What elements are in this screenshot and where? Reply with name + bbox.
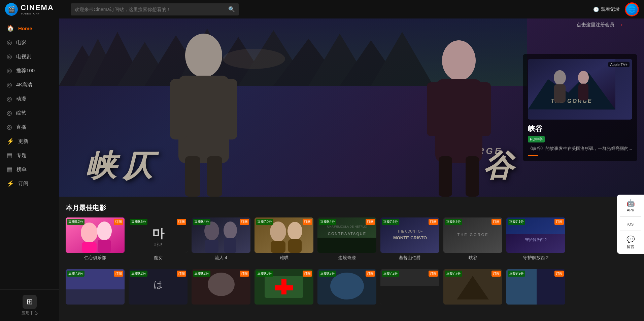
sub-badge-r2-3: 订阅 xyxy=(240,271,249,277)
sidebar-item-home[interactable]: 🏠 Home xyxy=(0,21,59,35)
header: 🎬 CINEMA TOBESTORY 🔍 🕐 观看记录 🌐 xyxy=(0,0,644,18)
search-icon[interactable]: 🔍 xyxy=(228,6,235,12)
clock-icon: 🕐 xyxy=(593,7,599,12)
sidebar-item-live[interactable]: ◎ 直播 xyxy=(0,120,59,134)
apple-tv-badge: Apple TV+ xyxy=(608,62,630,67)
sidebar-item-update[interactable]: ⚡ 更新 xyxy=(0,134,59,148)
hero-banner[interactable]: 峡 仄 谷 THEGORGE xyxy=(59,18,644,197)
hero-char-male xyxy=(160,29,247,197)
svg-text:守护解放西 2: 守护解放西 2 xyxy=(525,238,547,242)
svg-rect-43 xyxy=(205,240,218,253)
rating-badge-r2-3: 豆瓣8.2分 xyxy=(193,271,210,277)
movie-card-r2-8[interactable]: 豆瓣9.9分 订阅 xyxy=(506,269,565,307)
sidebar-item-4k[interactable]: ◎ 4K高清 xyxy=(0,78,59,92)
sub-badge-r2-8: 订阅 xyxy=(554,271,564,277)
search-input[interactable] xyxy=(75,7,228,12)
movie-card-r2-3[interactable]: 豆瓣8.2分 订阅 xyxy=(192,269,250,307)
svg-rect-72 xyxy=(275,285,293,290)
rating-badge-1: 豆瓣8.2分 xyxy=(67,219,84,225)
sidebar-item-movies[interactable]: ◎ 电影 xyxy=(0,35,59,49)
sidebar-item-anime[interactable]: ◎ 动漫 xyxy=(0,92,59,106)
svg-rect-18 xyxy=(185,156,200,197)
svg-rect-16 xyxy=(170,79,187,139)
movie-card-5[interactable]: CONTRAATAQUE UNA PELÍCULA DE NETFLIX 豆瓣9… xyxy=(317,217,376,261)
sidebar-item-subscribe[interactable]: ⚡ 订阅 xyxy=(0,176,59,191)
ranking-icon: ▦ xyxy=(7,166,12,173)
movie-card-r2-1[interactable]: 豆瓣7.9分 订阅 xyxy=(66,269,125,307)
sidebar-item-tv[interactable]: ◎ 电视剧 xyxy=(0,49,59,64)
movie-card-1[interactable]: 豆瓣8.2分 订阅 仁心俱乐部 xyxy=(66,217,125,261)
sidebar-item-topic[interactable]: ▤ 专题 xyxy=(0,148,59,162)
rating-badge-4: 豆瓣7.0分 xyxy=(256,219,273,225)
movie-card-3[interactable]: 豆瓣9.4分 订阅 流人 4 xyxy=(192,217,250,261)
movie-card-4[interactable]: 豆瓣7.0分 订阅 难哄 xyxy=(255,217,313,261)
movie-thumb-r2-3: 豆瓣8.2分 订阅 xyxy=(192,269,250,305)
svg-rect-19 xyxy=(207,156,222,197)
rating-badge-r2-4: 豆瓣9.8分 xyxy=(256,271,273,277)
apk-download-btn[interactable]: 🤖 APK xyxy=(620,197,641,214)
update-icon: ⚡ xyxy=(7,137,14,145)
movie-grid-row1: 豆瓣8.2分 订阅 仁心俱乐部 마 마녀 豆瓣9.5分 订阅 xyxy=(66,217,637,261)
logo-title: CINEMA xyxy=(21,3,54,12)
divider-2 xyxy=(620,231,641,231)
movie-thumb-4: 豆瓣7.0分 订阅 xyxy=(255,217,313,253)
movie-thumb-r2-7: 豆瓣7.7分 订阅 xyxy=(443,269,502,305)
4k-icon: ◎ xyxy=(7,81,12,88)
svg-rect-45 xyxy=(224,238,236,253)
movie-card-6[interactable]: THE COUNT OF MONTE-CRISTO 豆瓣7.6分 订阅 基督山伯… xyxy=(380,217,439,261)
svg-rect-50 xyxy=(288,239,302,253)
movie-title-1: 仁心俱乐部 xyxy=(66,255,125,261)
live-icon: ◎ xyxy=(7,123,12,131)
apk-label: APK xyxy=(627,208,634,212)
movie-card-2[interactable]: 마 마녀 豆瓣9.5分 订阅 魔女 xyxy=(129,217,188,261)
movie-card-r2-7[interactable]: 豆瓣7.7分 订阅 xyxy=(443,269,502,307)
svg-point-31 xyxy=(578,71,589,84)
movie-thumb-5: CONTRAATAQUE UNA PELÍCULA DE NETFLIX 豆瓣9… xyxy=(317,217,376,253)
sidebar-item-top100[interactable]: ◎ 推荐100 xyxy=(0,64,59,78)
sidebar-variety-label: 综艺 xyxy=(16,110,26,116)
rating-badge-2: 豆瓣9.5分 xyxy=(130,219,147,225)
rating-badge-7: 豆瓣9.3分 xyxy=(445,219,462,225)
logo-text-group: CINEMA TOBESTORY xyxy=(21,3,54,15)
search-bar[interactable]: 🔍 xyxy=(71,3,239,15)
movie-card-r2-4[interactable]: 豆瓣9.8分 订阅 xyxy=(255,269,313,307)
rating-badge-r2-2: 豆瓣9.2分 xyxy=(130,271,147,277)
home-icon: 🏠 xyxy=(7,25,14,32)
app-center-icon: ⊞ xyxy=(23,295,37,309)
svg-rect-21 xyxy=(435,79,482,163)
comment-btn[interactable]: 💬 留言 xyxy=(620,234,641,251)
svg-rect-30 xyxy=(554,84,566,103)
svg-rect-32 xyxy=(578,84,588,101)
sub-badge-r2-5: 订阅 xyxy=(366,271,375,277)
sidebar-item-variety[interactable]: ◎ 综艺 xyxy=(0,106,59,120)
rating-badge-3: 豆瓣9.4分 xyxy=(193,219,210,225)
movie-card-r2-6[interactable]: 豆瓣7.2分 订阅 xyxy=(380,269,439,307)
logo[interactable]: 🎬 CINEMA TOBESTORY xyxy=(5,3,64,16)
ios-download-btn[interactable]: iOS xyxy=(620,219,641,228)
svg-point-36 xyxy=(97,222,112,240)
sidebar-item-ranking[interactable]: ▦ 榜单 xyxy=(0,162,59,176)
movie-card-r2-5[interactable]: 豆瓣8.7分 订阅 xyxy=(317,269,376,307)
movie-card-8[interactable]: 守护解放西 2 豆瓣7.1分 订阅 守护解放西 2 xyxy=(506,217,565,261)
app-center-btn[interactable]: ⊞ 应用中心 xyxy=(7,295,52,316)
svg-point-34 xyxy=(81,223,98,243)
user-avatar[interactable]: 🌐 xyxy=(625,3,638,16)
movie-card-7[interactable]: THE GORGE 豆瓣9.3分 订阅 峡谷 xyxy=(443,217,502,261)
user-avatar-box: 🌐 xyxy=(625,2,639,16)
hero-char-female xyxy=(418,35,499,197)
sub-badge-4: 订阅 xyxy=(303,219,312,225)
app-center-label: 应用中心 xyxy=(22,310,38,316)
movie-thumb-r2-2: は 豆瓣9.2分 订阅 xyxy=(129,269,188,305)
movie-title-2: 魔女 xyxy=(129,255,188,261)
movies-icon: ◎ xyxy=(7,39,12,46)
svg-text:MONTE-CRISTO: MONTE-CRISTO xyxy=(393,235,427,240)
movie-grid-row2: 豆瓣7.9分 订阅 は 豆瓣9.2分 订阅 xyxy=(66,269,637,307)
movie-card-r2-2[interactable]: は 豆瓣9.2分 订阅 xyxy=(129,269,188,307)
sub-badge-r2-7: 订阅 xyxy=(492,271,501,277)
watch-history-btn[interactable]: 🕐 观看记录 xyxy=(593,6,620,12)
logo-icon: 🎬 xyxy=(5,3,18,16)
top100-icon: ◎ xyxy=(7,67,12,74)
svg-text:마녀: 마녀 xyxy=(154,242,163,247)
sub-badge-6: 订阅 xyxy=(429,219,438,225)
movie-thumb-r2-8: 豆瓣9.9分 订阅 xyxy=(506,269,565,305)
